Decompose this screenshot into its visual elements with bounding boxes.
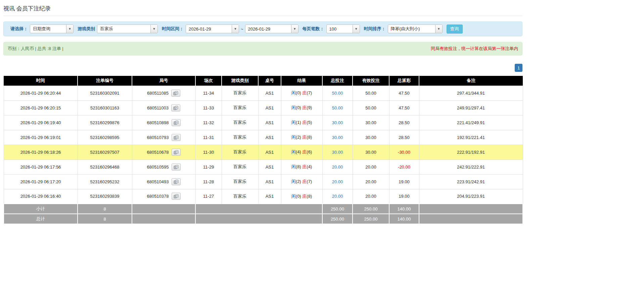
game-type-cell: 百家乐 — [222, 189, 258, 204]
total-bet-cell: 50.00 — [322, 100, 353, 115]
session-cell: 11-31 — [195, 130, 222, 145]
subtotal-row: 小计 8 250.00 250.00 140.00 — [4, 204, 523, 214]
header-total-bet: 总投注 — [322, 76, 353, 86]
round-no-value: 680510678 — [147, 150, 169, 155]
total-total-bet: 250.00 — [322, 214, 353, 224]
total-bet-cell: 30.00 — [322, 115, 353, 130]
result-banker-num: (6) — [307, 149, 312, 154]
date-from-select[interactable]: 2026-01-29 ▼ — [186, 25, 239, 33]
remark-cell: 223.91/242.91 — [419, 174, 523, 189]
round-no-cell: 680510595 — [132, 159, 195, 174]
total-bet-cell: 30.00 — [322, 130, 353, 145]
total-count: 8 — [78, 214, 132, 224]
result-cell: 闲(0) 庄(9) — [281, 100, 322, 115]
total-bet-link[interactable]: 50.00 — [332, 91, 343, 96]
session-cell: 11-34 — [195, 86, 222, 100]
total-bet-link[interactable]: 30.00 — [332, 135, 343, 140]
page-title: 视讯 会员下注纪录 — [3, 5, 522, 12]
subtotal-valid-bet: 250.00 — [353, 204, 389, 214]
table-no-cell: AS1 — [258, 159, 281, 174]
result-player-num: (0) — [296, 105, 301, 110]
header-table-no: 桌号 — [258, 76, 281, 86]
round-detail-icon[interactable] — [172, 163, 181, 171]
total-bet-cell: 20.00 — [322, 174, 353, 189]
round-no-value: 680511085 — [147, 91, 169, 96]
page-size-label: 每页笔数： — [303, 26, 324, 32]
round-detail-icon[interactable] — [172, 134, 181, 141]
round-no-cell: 680511085 — [132, 86, 195, 100]
table-no-cell: AS1 — [258, 86, 281, 100]
round-detail-icon[interactable] — [172, 149, 181, 156]
bet-id-cell: 523160293839 — [78, 189, 132, 204]
table-no-cell: AS1 — [258, 174, 281, 189]
session-cell: 11-33 — [195, 100, 222, 115]
round-no-value: 680510493 — [147, 179, 169, 184]
subtotal-empty — [132, 204, 195, 214]
result-banker-num: (9) — [307, 105, 312, 110]
sort-select[interactable]: 降幂(由大到小) ▼ — [388, 25, 443, 33]
chevron-down-icon[interactable]: ▼ — [66, 25, 73, 33]
total-bet-link[interactable]: 20.00 — [332, 194, 343, 199]
chevron-down-icon[interactable]: ▼ — [353, 25, 360, 33]
filter-bar: 请选择： 日期查询 ▼ 游戏类别 百家乐 ▼ 时间区间： 2026-01-29 … — [3, 21, 522, 36]
table-row: 2026-01-29 06:16:40 523160293839 6805103… — [4, 189, 523, 204]
total-bet-link[interactable]: 20.00 — [332, 164, 343, 170]
chevron-down-icon[interactable]: ▼ — [150, 25, 157, 33]
valid-bet-cell: 50.00 — [353, 100, 389, 115]
bet-id-cell: 523160297507 — [78, 145, 132, 159]
valid-bet-cell: 20.00 — [353, 174, 389, 189]
round-detail-icon[interactable] — [172, 178, 181, 185]
round-detail-icon[interactable] — [172, 119, 181, 126]
chevron-down-icon[interactable]: ▼ — [435, 25, 442, 33]
search-button[interactable]: 查询 — [447, 25, 463, 34]
chevron-down-icon[interactable]: ▼ — [291, 25, 298, 33]
result-player-num: (0) — [296, 90, 301, 95]
total-bet-link[interactable]: 50.00 — [332, 105, 343, 110]
subtotal-count: 8 — [78, 204, 132, 214]
table-no-cell: AS1 — [258, 189, 281, 204]
time-cell: 2026-01-29 06:19:01 — [4, 130, 78, 145]
result-player-num: (4) — [296, 149, 301, 154]
total-bet-link[interactable]: 30.00 — [332, 120, 343, 125]
date-to-select[interactable]: 2026-01-29 ▼ — [245, 25, 298, 33]
table-row: 2026-01-29 06:17:20 523160295232 6805104… — [4, 174, 523, 189]
time-range-label: 时间区间： — [162, 26, 184, 32]
round-no-value: 680510378 — [147, 194, 169, 199]
valid-bet-cell: 20.00 — [353, 159, 389, 174]
query-type-select[interactable]: 日期查询 ▼ — [30, 25, 74, 33]
page-size-select[interactable]: 100 ▼ — [326, 25, 360, 33]
result-banker-num: (7) — [307, 179, 312, 184]
chevron-down-icon[interactable]: ▼ — [232, 25, 239, 33]
round-no-cell: 680510898 — [132, 115, 195, 130]
date-from-value: 2026-01-29 — [186, 27, 214, 32]
round-no-cell: 680510378 — [132, 189, 195, 204]
date-to-value: 2026-01-29 — [245, 27, 273, 32]
total-bet-link[interactable]: 30.00 — [332, 150, 343, 155]
round-detail-icon[interactable] — [172, 193, 181, 200]
result-banker-label: 庄 — [302, 90, 307, 95]
round-no-value: 680511003 — [147, 105, 169, 110]
result-banker-num: (4) — [307, 164, 312, 169]
round-no-cell: 680511003 — [132, 100, 195, 115]
round-detail-icon[interactable] — [171, 104, 180, 111]
bet-id-cell: 523160298595 — [78, 130, 132, 145]
total-bet-link[interactable]: 20.00 — [332, 179, 343, 184]
game-type-select[interactable]: 百家乐 ▼ — [97, 25, 158, 33]
header-bet-id: 注单编号 — [78, 76, 132, 86]
table-no-cell: AS1 — [258, 145, 281, 159]
round-detail-icon[interactable] — [171, 90, 180, 97]
summary-bar: 币别：人民币 | 总共 :8 注单 | 同局有效投注，统一计算在该局第一张注单内 — [3, 42, 522, 55]
table-body: 2026-01-29 06:20:44 523160302091 6805110… — [4, 86, 523, 204]
result-banker-label: 庄 — [302, 135, 307, 140]
session-cell: 11-29 — [195, 159, 222, 174]
result-cell: 闲(1) 庄(5) — [281, 115, 322, 130]
pagination-top: 1 — [3, 64, 522, 72]
table-header-row: 时间 注单编号 局号 场次 游戏类别 桌号 结果 总投注 有效投注 总派彩 备注 — [4, 76, 523, 86]
valid-bet-cell: 50.00 — [353, 86, 389, 100]
page-number-button[interactable]: 1 — [515, 64, 522, 72]
table-row: 2026-01-29 06:18:26 523160297507 6805106… — [4, 145, 523, 159]
currency-total-text: 币别：人民币 | 总共 :8 注单 | — [8, 46, 63, 52]
result-banker-num: (8) — [307, 135, 312, 140]
session-cell: 11-28 — [195, 174, 222, 189]
total-payout: 140.00 — [389, 214, 419, 224]
